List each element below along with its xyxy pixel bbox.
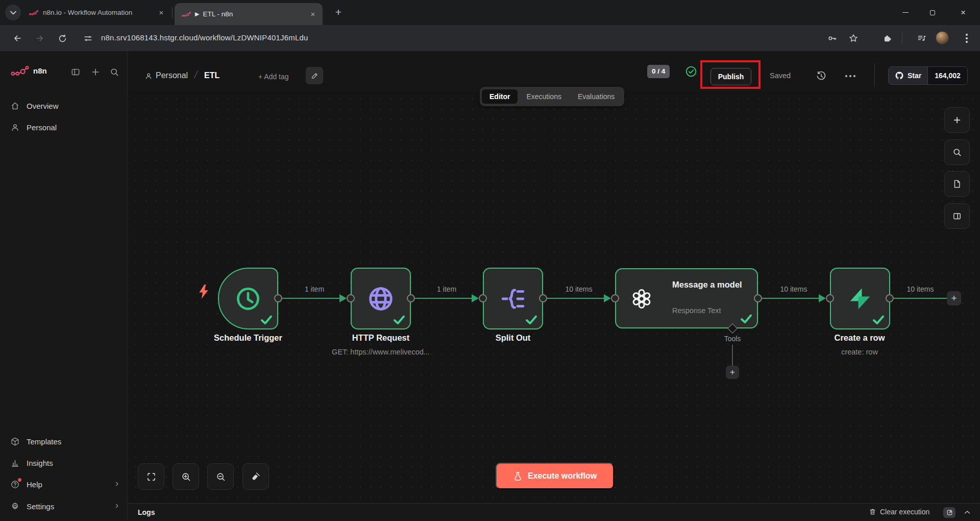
- input-endpoint[interactable]: [611, 294, 619, 302]
- bookmark-star-icon[interactable]: [847, 32, 860, 44]
- github-star-widget[interactable]: Star 164,002: [888, 66, 968, 85]
- expand-logs-button[interactable]: [963, 508, 971, 516]
- connection-line[interactable]: [282, 298, 339, 299]
- search-icon[interactable]: [109, 67, 119, 77]
- node-create-a-row[interactable]: [830, 268, 890, 329]
- workflow-name[interactable]: ETL: [204, 71, 219, 80]
- connection-line[interactable]: [894, 298, 947, 299]
- toggle-panel-button[interactable]: [944, 203, 970, 229]
- profile-avatar[interactable]: [936, 31, 949, 44]
- sidebar-item-settings[interactable]: Settings ›: [0, 498, 128, 515]
- sidebar-item-label: Settings: [27, 502, 54, 511]
- node-http-request[interactable]: [351, 268, 411, 329]
- sticky-note-icon: [952, 179, 962, 189]
- browser-tab-etl-active[interactable]: ▶ ETL - n8n ×: [175, 3, 323, 25]
- tools-connector-line: [732, 345, 733, 366]
- browser-menu-button[interactable]: [961, 32, 973, 44]
- url-bar[interactable]: n8n.srv1068143.hstgr.cloud/workflow/LzDW…: [101, 33, 308, 42]
- output-endpoint[interactable]: [754, 294, 762, 302]
- forward-button[interactable]: [34, 32, 46, 44]
- brand-name: n8n: [33, 66, 47, 75]
- output-endpoint[interactable]: [539, 294, 547, 302]
- clear-execution-button[interactable]: Clear execution: [869, 508, 929, 516]
- sidebar-item-label: Templates: [27, 437, 61, 446]
- bar-chart-icon: [10, 458, 20, 468]
- publish-button[interactable]: Publish: [710, 68, 751, 85]
- output-endpoint[interactable]: [274, 294, 282, 302]
- node-label: Schedule Trigger: [214, 333, 282, 343]
- node-subtitle: create: row: [841, 348, 878, 356]
- workflow-status-check-icon: [685, 65, 697, 78]
- tab-close-icon[interactable]: ×: [157, 8, 166, 17]
- version-history-icon[interactable]: [816, 70, 827, 82]
- sidebar-item-label: Insights: [27, 459, 53, 467]
- output-endpoint[interactable]: [407, 294, 415, 302]
- split-out-icon: [499, 285, 527, 313]
- extensions-puzzle-icon[interactable]: [881, 32, 893, 44]
- add-sticky-note-button[interactable]: [944, 171, 970, 197]
- workflow-canvas[interactable]: Schedule Trigger 1 item HTTP Request GET…: [128, 91, 980, 503]
- workflow-menu-button[interactable]: [849, 75, 851, 77]
- site-info-tune-icon[interactable]: [82, 32, 94, 44]
- close-icon: ×: [961, 8, 966, 18]
- window-minimize-button[interactable]: [902, 0, 909, 25]
- reload-button[interactable]: [56, 32, 68, 44]
- tab-close-icon[interactable]: ×: [308, 10, 317, 19]
- media-playlist-icon[interactable]: [916, 32, 928, 44]
- connection-line[interactable]: [547, 298, 604, 299]
- collapse-sidebar-button[interactable]: [70, 67, 81, 77]
- connection-line[interactable]: [415, 298, 472, 299]
- rename-workflow-button[interactable]: [306, 67, 323, 84]
- connection-line[interactable]: [762, 298, 819, 299]
- node-subtitle: GET: https://www.melivecod...: [332, 348, 430, 356]
- add-workflow-button[interactable]: [90, 67, 101, 77]
- sidebar-item-templates[interactable]: Templates: [0, 433, 128, 450]
- connection-arrow-icon: [604, 294, 611, 302]
- zoom-in-button[interactable]: [173, 463, 199, 490]
- n8n-favicon-icon: [29, 10, 38, 16]
- tab-search-button[interactable]: [5, 5, 21, 20]
- view-tabs: Editor Executions Evaluations: [480, 87, 624, 106]
- canvas-search-button[interactable]: [944, 139, 970, 165]
- window-close-button[interactable]: ×: [961, 0, 966, 25]
- new-tab-button[interactable]: +: [332, 6, 345, 19]
- sidebar-item-label: Help: [27, 480, 42, 489]
- open-nodes-panel-button[interactable]: +: [944, 107, 970, 133]
- password-key-icon[interactable]: [826, 32, 839, 44]
- breadcrumb-project[interactable]: Personal: [156, 71, 188, 80]
- sidebar-item-overview[interactable]: Overview: [0, 97, 128, 114]
- sidebar-item-help[interactable]: Help ›: [0, 476, 128, 493]
- tab-editor[interactable]: Editor: [482, 89, 518, 104]
- output-endpoint[interactable]: [886, 294, 894, 302]
- pop-out-logs-button[interactable]: [943, 507, 955, 518]
- zoom-out-button[interactable]: [207, 463, 234, 490]
- node-message-a-model[interactable]: Message a model Response Text: [615, 268, 758, 328]
- browser-tab-overview[interactable]: n8n.io - Workflow Automation ×: [23, 0, 171, 25]
- tab-evaluations[interactable]: Evaluations: [570, 89, 622, 104]
- tidy-up-button[interactable]: [242, 463, 269, 490]
- add-tag-button[interactable]: + Add tag: [258, 73, 289, 81]
- logs-panel-bar[interactable]: Logs Clear execution: [128, 503, 980, 521]
- input-endpoint[interactable]: [479, 294, 487, 302]
- window-maximize-button[interactable]: [930, 0, 935, 25]
- node-split-out[interactable]: [483, 268, 543, 329]
- input-endpoint[interactable]: [347, 294, 355, 302]
- execute-workflow-button[interactable]: Execute workflow: [496, 463, 614, 489]
- github-star-button[interactable]: Star: [889, 67, 927, 84]
- connection-items-label: 10 items: [566, 285, 593, 293]
- n8n-logo[interactable]: n8n: [10, 65, 47, 76]
- browser-toolbar: n8n.srv1068143.hstgr.cloud/workflow/LzDW…: [0, 25, 980, 51]
- sidebar-item-insights[interactable]: Insights: [0, 454, 128, 471]
- sidebar: n8n Overview Personal Template: [0, 51, 128, 521]
- add-node-after-button[interactable]: +: [947, 291, 961, 305]
- tab-executions[interactable]: Executions: [519, 89, 569, 104]
- browser-tab-bar: n8n.io - Workflow Automation × ▶ ETL - n…: [0, 0, 980, 25]
- input-endpoint[interactable]: [826, 294, 834, 302]
- zoom-to-fit-button[interactable]: [138, 463, 164, 490]
- sidebar-item-personal[interactable]: Personal: [0, 119, 128, 136]
- back-button[interactable]: [11, 32, 23, 44]
- add-tool-button[interactable]: +: [726, 366, 739, 379]
- play-icon: ▶: [195, 11, 199, 17]
- flask-icon: [513, 471, 523, 481]
- node-schedule-trigger[interactable]: [218, 268, 278, 329]
